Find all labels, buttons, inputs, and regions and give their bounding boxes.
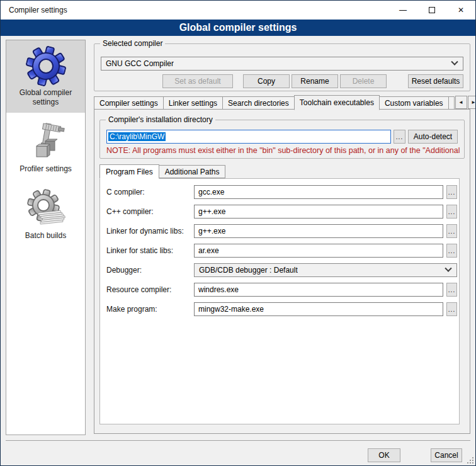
note-text: NOTE: All programs must exist either in … <box>106 146 463 155</box>
delete-button[interactable]: Delete <box>340 74 387 88</box>
program-files-page: C compiler: ... C++ compiler: ... Linker… <box>99 178 460 424</box>
cancel-button[interactable]: Cancel <box>431 448 462 462</box>
reset-defaults-button[interactable]: Reset defaults <box>408 74 463 88</box>
field-row-static-linker: Linker for static libs: ... <box>106 244 456 258</box>
compiler-select[interactable]: GNU GCC Compiler <box>101 57 463 71</box>
auto-detect-button[interactable]: Auto-detect <box>408 130 458 144</box>
caliper-icon <box>26 122 66 162</box>
toolchain-executables-page: Compiler's installation directory C:\ray… <box>94 109 470 434</box>
settings-tab-bar: Compiler settings Linker settings Search… <box>94 95 470 110</box>
installation-directory-value: C:\raylib\MinGW <box>108 132 166 141</box>
window-controls: — ✕ <box>388 1 475 20</box>
maximize-button[interactable] <box>417 1 446 20</box>
field-row-debugger: Debugger: GDB/CDB debugger : Default <box>106 263 456 277</box>
browse-static-linker-button[interactable]: ... <box>446 244 457 258</box>
page-title: Global compiler settings <box>1 20 475 36</box>
browse-c-compiler-button[interactable]: ... <box>446 185 457 199</box>
tab-search-directories[interactable]: Search directories <box>222 96 295 110</box>
tab-linker-settings[interactable]: Linker settings <box>163 96 223 110</box>
field-label: Resource compiler: <box>106 285 194 294</box>
field-label: Linker for dynamic libs: <box>106 227 194 236</box>
footer-separator <box>6 440 470 441</box>
group-label: Selected compiler <box>100 39 165 48</box>
tab-custom-variables[interactable]: Custom variables <box>379 96 449 110</box>
chevron-down-icon <box>451 59 458 65</box>
tab-scroll-buttons: ◄ ► <box>455 96 476 109</box>
sidebar-item-batch-builds[interactable]: Batch builds <box>6 183 85 246</box>
field-row-resource-compiler: Resource compiler: ... <box>106 283 456 297</box>
rename-button[interactable]: Rename <box>292 74 338 88</box>
arrow-right-icon: ► <box>471 99 476 105</box>
field-label: Linker for static libs: <box>106 246 194 255</box>
cpp-compiler-input[interactable] <box>194 205 443 219</box>
tab-scroll-left-button[interactable]: ◄ <box>455 96 467 109</box>
subtab-additional-paths[interactable]: Additional Paths <box>159 165 226 178</box>
sidebar-item-label: Global compiler settings <box>9 88 82 107</box>
maximize-icon <box>429 7 435 13</box>
program-files-tab-bar: Program Files Additional Paths <box>99 164 225 178</box>
tab-build-options[interactable]: Build options <box>448 96 455 110</box>
sidebar-item-global-compiler-settings[interactable]: Global compiler settings <box>6 40 85 113</box>
chevron-down-icon <box>445 265 451 272</box>
static-linker-input[interactable] <box>194 244 443 258</box>
copy-button[interactable]: Copy <box>243 74 290 88</box>
minimize-button[interactable]: — <box>388 1 417 20</box>
field-row-c-compiler: C compiler: ... <box>106 185 456 199</box>
resource-compiler-input[interactable] <box>194 283 443 297</box>
gray-gear-stack-icon <box>26 189 66 229</box>
window-title: Compiler settings <box>1 6 67 14</box>
blue-gear-icon <box>26 46 66 86</box>
installation-directory-group: Compiler's installation directory C:\ray… <box>99 120 465 159</box>
ok-button[interactable]: OK <box>368 448 400 462</box>
compiler-settings-dialog: Compiler settings — ✕ Global compiler se… <box>0 0 476 466</box>
selected-compiler-group: Selected compiler GNU GCC Compiler Set a… <box>94 43 470 91</box>
sidebar-item-profiler-settings[interactable]: Profiler settings <box>6 116 85 179</box>
resize-grip[interactable] <box>466 456 473 463</box>
compiler-select-value: GNU GCC Compiler <box>106 59 174 68</box>
make-program-input[interactable] <box>194 302 443 316</box>
tab-scroll-right-button[interactable]: ► <box>468 96 476 109</box>
field-row-cpp-compiler: C++ compiler: ... <box>106 205 456 219</box>
installation-directory-row: C:\raylib\MinGW ... Auto-detect <box>106 130 459 144</box>
sidebar-item-label: Profiler settings <box>9 164 82 174</box>
c-compiler-input[interactable] <box>194 185 443 199</box>
close-icon: ✕ <box>458 6 464 14</box>
compiler-actions: Set as default Copy Rename Delete Reset … <box>101 74 463 88</box>
browse-make-program-button[interactable]: ... <box>446 302 457 316</box>
field-label: C compiler: <box>106 188 194 196</box>
dialog-body: Global compiler settings <box>1 36 475 465</box>
field-label: C++ compiler: <box>106 207 194 216</box>
close-button[interactable]: ✕ <box>446 1 475 20</box>
dynamic-linker-input[interactable] <box>194 224 443 238</box>
settings-category-list: Global compiler settings <box>6 40 86 435</box>
browse-resource-compiler-button[interactable]: ... <box>446 283 457 297</box>
arrow-left-icon: ◄ <box>458 99 463 105</box>
browse-cpp-compiler-button[interactable]: ... <box>446 205 457 219</box>
field-row-make-program: Make program: ... <box>106 302 456 316</box>
browse-dynamic-linker-button[interactable]: ... <box>446 224 457 238</box>
installation-directory-input[interactable]: C:\raylib\MinGW <box>106 130 391 144</box>
browse-directory-button[interactable]: ... <box>394 130 405 144</box>
tab-toolchain-executables[interactable]: Toolchain executables <box>294 95 380 110</box>
title-bar: Compiler settings — ✕ <box>1 1 475 20</box>
sidebar-item-label: Batch builds <box>9 231 82 241</box>
debugger-select-value: GDB/CDB debugger : Default <box>199 266 298 275</box>
set-as-default-button[interactable]: Set as default <box>162 74 233 88</box>
group-label: Compiler's installation directory <box>106 115 215 124</box>
tab-compiler-settings[interactable]: Compiler settings <box>94 96 164 110</box>
subtab-program-files[interactable]: Program Files <box>99 164 159 179</box>
field-label: Debugger: <box>106 266 194 275</box>
minimize-icon: — <box>399 6 407 14</box>
debugger-select[interactable]: GDB/CDB debugger : Default <box>194 263 457 277</box>
field-label: Make program: <box>106 305 194 314</box>
field-row-dynamic-linker: Linker for dynamic libs: ... <box>106 224 456 238</box>
